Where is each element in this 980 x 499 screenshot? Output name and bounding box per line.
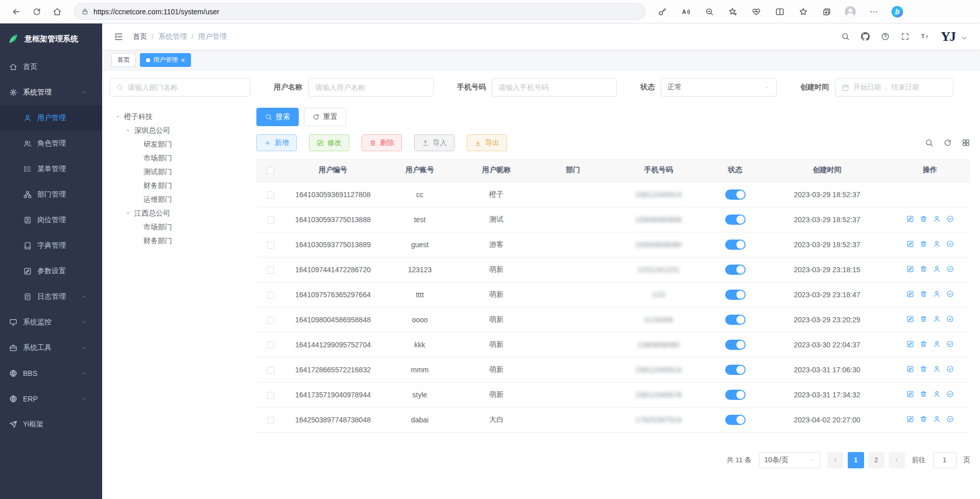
row-assign-role-icon[interactable]	[946, 215, 954, 223]
tree-node[interactable]: 深圳总公司	[110, 124, 250, 137]
sidebar-item-erp[interactable]: ERP	[0, 386, 102, 412]
row-reset-password-icon[interactable]	[933, 365, 941, 373]
copilot-button[interactable]: b	[889, 3, 906, 20]
sidebar-item-yi[interactable]: Yi框架	[0, 412, 102, 437]
row-checkbox[interactable]	[267, 367, 274, 374]
sidebar-item-dept[interactable]: 部门管理	[0, 182, 102, 207]
refresh-button[interactable]	[28, 3, 46, 20]
row-assign-role-icon[interactable]	[946, 240, 954, 248]
page-size-select[interactable]: 10条/页	[759, 452, 820, 468]
row-checkbox[interactable]	[267, 292, 274, 299]
row-edit-icon[interactable]	[906, 390, 914, 398]
font-size-icon[interactable]: TT	[921, 32, 929, 41]
user-logo[interactable]: YJ	[941, 30, 955, 43]
row-reset-password-icon[interactable]	[933, 290, 941, 298]
row-checkbox[interactable]	[267, 342, 274, 349]
row-reset-password-icon[interactable]	[933, 415, 941, 423]
status-toggle[interactable]	[725, 365, 746, 375]
page-button-2[interactable]: 2	[868, 452, 885, 468]
row-assign-role-icon[interactable]	[946, 390, 954, 398]
row-assign-role-icon[interactable]	[946, 265, 954, 273]
profile-button[interactable]	[842, 3, 859, 20]
split-screen-button[interactable]	[771, 3, 788, 20]
select-all-checkbox[interactable]	[267, 167, 274, 174]
edit-button[interactable]: 修改	[309, 134, 349, 151]
sidebar-item-log[interactable]: 日志管理	[0, 284, 102, 310]
row-assign-role-icon[interactable]	[946, 365, 954, 373]
password-manager-button[interactable]	[654, 3, 671, 20]
row-checkbox[interactable]	[267, 267, 274, 274]
sidebar-item-home[interactable]: 首页	[0, 54, 102, 80]
tab-user-management[interactable]: 用户管理 ×	[140, 53, 191, 67]
sidebar-item-user[interactable]: 用户管理	[0, 105, 102, 131]
row-delete-icon[interactable]	[920, 315, 927, 323]
row-checkbox[interactable]	[267, 417, 274, 424]
row-reset-password-icon[interactable]	[933, 265, 941, 273]
status-toggle[interactable]	[725, 390, 746, 400]
row-reset-password-icon[interactable]	[933, 340, 941, 348]
row-reset-password-icon[interactable]	[933, 240, 941, 248]
app-logo[interactable]: 意框架管理系统	[0, 23, 102, 54]
import-button[interactable]: 导入	[414, 134, 455, 151]
status-toggle[interactable]	[725, 240, 746, 250]
delete-button[interactable]: 删除	[362, 134, 402, 151]
tree-node[interactable]: 财务部门	[110, 179, 250, 193]
breadcrumb-item[interactable]: 首页	[133, 32, 147, 41]
browser-home-button[interactable]	[48, 3, 66, 20]
add-favorite-button[interactable]	[724, 3, 742, 20]
row-assign-role-icon[interactable]	[946, 315, 954, 323]
sidebar-item-system[interactable]: 系统管理	[0, 80, 102, 105]
row-delete-icon[interactable]	[920, 290, 927, 298]
search-button[interactable]: 搜索	[256, 108, 299, 126]
tab-home[interactable]: 首页	[111, 53, 136, 67]
export-button[interactable]: 导出	[467, 134, 507, 151]
browser-menu-button[interactable]	[865, 3, 882, 20]
sidebar-item-monitor[interactable]: 系统监控	[0, 310, 102, 335]
fullscreen-icon[interactable]	[901, 32, 910, 41]
breadcrumb-item[interactable]: 系统管理	[158, 32, 187, 41]
row-delete-icon[interactable]	[920, 340, 927, 348]
tree-node[interactable]: 橙子科技	[110, 110, 250, 124]
phone-input[interactable]	[498, 83, 610, 91]
row-edit-icon[interactable]	[906, 415, 914, 423]
tree-node[interactable]: 市场部门	[110, 151, 250, 165]
status-toggle[interactable]	[725, 415, 746, 425]
read-aloud-button[interactable]: A	[677, 3, 695, 20]
sidebar-item-menu[interactable]: 菜单管理	[0, 156, 102, 182]
row-edit-icon[interactable]	[906, 340, 914, 348]
sidebar-item-dict[interactable]: 字典管理	[0, 233, 102, 258]
status-select[interactable]: 正常	[661, 78, 777, 97]
row-delete-icon[interactable]	[920, 390, 927, 398]
add-button[interactable]: 新增	[256, 134, 297, 151]
sidebar-item-bbs[interactable]: BBS	[0, 361, 102, 386]
row-edit-icon[interactable]	[906, 215, 914, 223]
github-icon[interactable]	[861, 32, 870, 41]
header-search-icon[interactable]	[841, 32, 850, 41]
back-button[interactable]	[7, 3, 26, 20]
sidebar-collapse-icon[interactable]	[113, 32, 124, 42]
row-assign-role-icon[interactable]	[946, 340, 954, 348]
row-edit-icon[interactable]	[906, 240, 914, 248]
tree-node[interactable]: 测试部门	[110, 165, 250, 179]
row-checkbox[interactable]	[267, 192, 274, 199]
tree-node[interactable]: 运维部门	[110, 193, 250, 206]
row-delete-icon[interactable]	[920, 215, 927, 223]
close-tab-icon[interactable]: ×	[181, 57, 185, 64]
row-delete-icon[interactable]	[920, 415, 927, 423]
column-settings-icon[interactable]	[962, 138, 970, 147]
reset-button[interactable]: 重置	[304, 108, 346, 126]
row-checkbox[interactable]	[267, 242, 274, 249]
page-button-1[interactable]: 1	[848, 452, 864, 468]
row-checkbox[interactable]	[267, 317, 274, 324]
row-edit-icon[interactable]	[906, 315, 914, 323]
status-toggle[interactable]	[725, 215, 746, 225]
status-toggle[interactable]	[725, 189, 746, 200]
tree-node[interactable]: 江西总公司	[110, 206, 250, 220]
row-edit-icon[interactable]	[906, 265, 914, 273]
row-checkbox[interactable]	[267, 217, 274, 224]
tree-node[interactable]: 研发部门	[110, 137, 250, 151]
collections-button[interactable]	[818, 3, 835, 20]
favorites-button[interactable]	[795, 3, 812, 20]
row-reset-password-icon[interactable]	[933, 315, 941, 323]
browser-essentials-button[interactable]	[748, 3, 765, 20]
